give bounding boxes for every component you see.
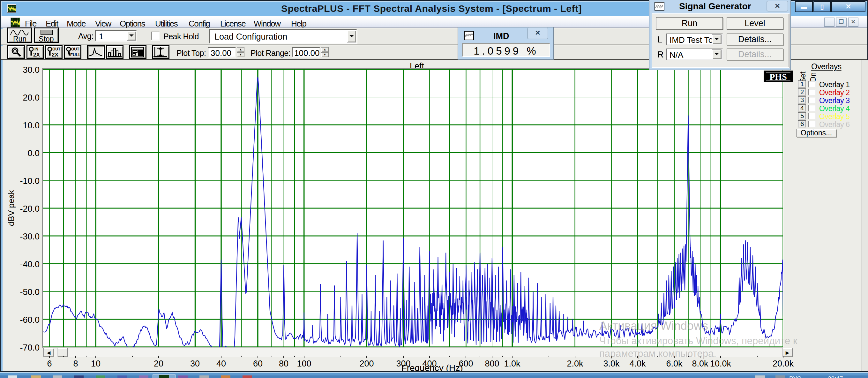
- svg-text:OUT: OUT: [71, 47, 80, 51]
- svg-text:IN: IN: [34, 47, 38, 51]
- svg-text:OUT: OUT: [52, 47, 61, 51]
- svg-text:2X: 2X: [33, 52, 40, 58]
- svg-text:FULL: FULL: [70, 52, 80, 57]
- svg-text:2X: 2X: [52, 52, 58, 58]
